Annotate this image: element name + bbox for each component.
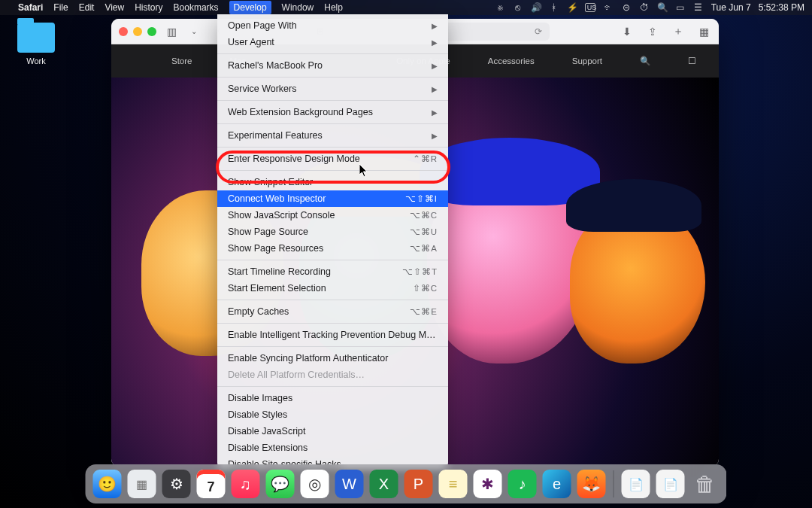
desktop-folder-work[interactable]: Work bbox=[14, 23, 59, 65]
dock: 🙂▦⚙JUN7♫💬◎WXP≡✱♪e🦊📄📄🗑 bbox=[86, 464, 727, 503]
menu-item[interactable]: Disable Images bbox=[217, 390, 448, 406]
nav-bag-icon[interactable]: ☐ bbox=[688, 56, 696, 66]
menu-item[interactable]: Show Page Source⌥⌘U bbox=[217, 224, 448, 240]
dock-launchpad[interactable]: ▦ bbox=[128, 470, 156, 498]
folder-label: Work bbox=[14, 56, 59, 65]
screen-mirror-icon[interactable]: ▭ bbox=[675, 2, 686, 13]
menu-shortcut: ⌥⌘C bbox=[410, 210, 438, 221]
submenu-arrow-icon: ▶ bbox=[432, 85, 438, 93]
menu-separator bbox=[217, 346, 448, 347]
volume-icon[interactable]: 🔊 bbox=[531, 2, 541, 13]
dock-ppt[interactable]: P bbox=[404, 470, 433, 498]
new-tab-icon[interactable]: ＋ bbox=[671, 24, 686, 39]
menu-window[interactable]: Window bbox=[282, 2, 314, 13]
reload-icon[interactable]: ⟳ bbox=[535, 26, 542, 37]
menu-item-label: Disable JavaScript bbox=[228, 426, 438, 437]
menu-separator bbox=[217, 260, 448, 260]
menu-item[interactable]: Open Page With▶ bbox=[217, 17, 448, 34]
menu-item[interactable]: User Agent▶ bbox=[217, 34, 448, 50]
bluetooth-icon[interactable]: ᚼ bbox=[549, 2, 559, 13]
menu-item[interactable]: Disable JavaScript bbox=[217, 423, 448, 440]
menu-shortcut: ⌥⌘E bbox=[410, 306, 438, 317]
menu-item[interactable]: Connect Web Inspector⌥⇧⌘I bbox=[217, 190, 448, 207]
control-center-icon[interactable]: ☰ bbox=[693, 2, 704, 13]
dock-music[interactable]: ♫ bbox=[232, 470, 260, 498]
close-button[interactable] bbox=[119, 27, 128, 36]
menu-history[interactable]: History bbox=[135, 2, 162, 13]
menu-item-label: Enable Intelligent Tracking Prevention D… bbox=[228, 330, 438, 340]
menu-item-label: Web Extension Background Pages bbox=[228, 107, 432, 117]
tabs-overview-icon[interactable]: ▦ bbox=[696, 24, 711, 39]
wifi-icon[interactable]: ᯤ bbox=[603, 2, 614, 13]
share-icon[interactable]: ⇪ bbox=[645, 24, 660, 39]
dock-spotify[interactable]: ♪ bbox=[508, 470, 537, 498]
menubar-left: Safari File Edit View History Bookmarks … bbox=[8, 1, 343, 14]
menu-item[interactable]: Disable Extensions bbox=[217, 440, 448, 456]
menu-bookmarks[interactable]: Bookmarks bbox=[174, 2, 219, 13]
menu-separator bbox=[217, 323, 448, 324]
nav-accessories[interactable]: Accessories bbox=[488, 56, 535, 65]
nav-search-icon[interactable]: 🔍 bbox=[640, 56, 650, 66]
sidebar-toggle-icon[interactable]: ▥ bbox=[164, 24, 179, 39]
dock-finder[interactable]: 🙂 bbox=[93, 470, 122, 498]
menu-item[interactable]: Service Workers▶ bbox=[217, 81, 448, 97]
submenu-arrow-icon: ▶ bbox=[432, 132, 438, 140]
menu-item[interactable]: Experimental Features▶ bbox=[217, 127, 448, 144]
menu-file[interactable]: File bbox=[53, 2, 68, 13]
nav-store[interactable]: Store bbox=[171, 56, 192, 65]
dock-settings[interactable]: ⚙ bbox=[162, 470, 191, 498]
dock-file[interactable]: 📄 bbox=[656, 470, 685, 498]
menu-develop[interactable]: Develop bbox=[229, 1, 271, 14]
menu-help[interactable]: Help bbox=[324, 2, 343, 13]
dock-divider bbox=[614, 470, 614, 497]
tab-group-chevron-icon[interactable]: ⌄ bbox=[186, 24, 201, 39]
menubar-right: ⨳ ⎋ 🔊 ᚼ ⚡ US ᯤ ⊝ ⏱ 🔍 ▭ ☰ Tue Jun 7 5:52:… bbox=[495, 2, 804, 13]
dock-excel[interactable]: X bbox=[370, 470, 398, 498]
menu-item[interactable]: Enter Responsive Design Mode⌃⌘R bbox=[217, 151, 448, 167]
mobile-icon[interactable]: ⎋ bbox=[513, 2, 523, 13]
dock-edge[interactable]: e bbox=[543, 470, 571, 498]
dock-msg[interactable]: 💬 bbox=[266, 470, 295, 498]
dock-file[interactable]: 📄 bbox=[622, 470, 650, 498]
dock-trash[interactable]: 🗑 bbox=[691, 470, 720, 498]
dock-slack[interactable]: ✱ bbox=[474, 470, 502, 498]
downloads-icon[interactable]: ⬇ bbox=[620, 24, 635, 39]
app-menu[interactable]: Safari bbox=[18, 2, 43, 13]
dock-cal[interactable]: JUN7 bbox=[197, 470, 226, 498]
dock-notes[interactable]: ≡ bbox=[439, 470, 468, 498]
menu-item[interactable]: Show Page Resources⌥⌘A bbox=[217, 240, 448, 257]
menubar-time[interactable]: 5:52:38 PM bbox=[759, 2, 804, 13]
menu-item[interactable]: Empty Caches⌥⌘E bbox=[217, 303, 448, 320]
menubar: Safari File Edit View History Bookmarks … bbox=[0, 0, 812, 15]
menu-item[interactable]: Enable Syncing Platform Authenticator bbox=[217, 350, 448, 367]
battery-icon[interactable]: ⚡ bbox=[567, 2, 577, 13]
nav-support[interactable]: Support bbox=[572, 56, 602, 65]
menu-item[interactable]: Start Timeline Recording⌥⇧⌘T bbox=[217, 263, 448, 280]
menu-item[interactable]: Web Extension Background Pages▶ bbox=[217, 104, 448, 120]
folder-icon bbox=[17, 23, 55, 53]
menubar-date[interactable]: Tue Jun 7 bbox=[711, 2, 751, 13]
memoji-3 bbox=[427, 168, 592, 364]
spotlight-icon[interactable]: 🔍 bbox=[657, 2, 668, 13]
menu-item[interactable]: Disable Styles bbox=[217, 406, 448, 423]
menu-item[interactable]: Start Element Selection⇧⌘C bbox=[217, 280, 448, 297]
minimize-button[interactable] bbox=[133, 27, 142, 36]
memoji-4 bbox=[570, 205, 705, 364]
dock-ff[interactable]: 🦊 bbox=[577, 470, 606, 498]
timemachine-icon[interactable]: ⏱ bbox=[639, 2, 650, 13]
menu-separator bbox=[217, 300, 448, 300]
menu-item-label: Empty Caches bbox=[228, 306, 410, 317]
menu-edit[interactable]: Edit bbox=[79, 2, 95, 13]
menu-item[interactable]: Rachel's MacBook Pro▶ bbox=[217, 57, 448, 74]
menu-view[interactable]: View bbox=[105, 2, 124, 13]
menu-shortcut: ⌥⇧⌘T bbox=[402, 266, 438, 277]
input-source-icon[interactable]: US bbox=[585, 3, 595, 12]
menu-item[interactable]: Enable Intelligent Tracking Prevention D… bbox=[217, 327, 448, 343]
icloud-icon[interactable]: ⊝ bbox=[621, 2, 632, 13]
dock-chrome[interactable]: ◎ bbox=[301, 470, 329, 498]
menu-item[interactable]: Show Snippet Editor bbox=[217, 174, 448, 190]
zoom-button[interactable] bbox=[147, 27, 156, 36]
dock-word[interactable]: W bbox=[335, 470, 364, 498]
dropbox-icon[interactable]: ⨳ bbox=[495, 2, 505, 13]
menu-item[interactable]: Show JavaScript Console⌥⌘C bbox=[217, 207, 448, 224]
